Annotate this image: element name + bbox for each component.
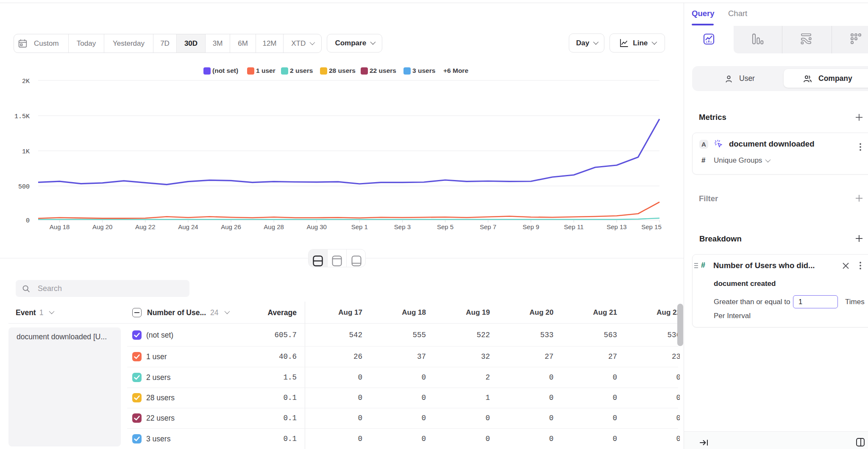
svg-text:Aug 20: Aug 20 <box>92 223 113 230</box>
svg-text:Sep 11: Sep 11 <box>564 223 584 230</box>
svg-text:Aug 22: Aug 22 <box>135 223 156 230</box>
svg-text:Aug 28: Aug 28 <box>264 223 284 230</box>
svg-text:0: 0 <box>26 217 30 224</box>
svg-text:Sep 1: Sep 1 <box>351 223 368 230</box>
svg-text:1K: 1K <box>22 148 30 155</box>
svg-text:Aug 24: Aug 24 <box>178 223 198 230</box>
svg-text:2K: 2K <box>22 78 30 85</box>
svg-text:Sep 5: Sep 5 <box>437 223 453 230</box>
svg-text:Sep 15: Sep 15 <box>641 223 662 230</box>
svg-text:1.5K: 1.5K <box>14 113 30 120</box>
svg-text:Sep 3: Sep 3 <box>394 223 411 230</box>
svg-text:Aug 30: Aug 30 <box>306 223 327 230</box>
svg-text:Sep 9: Sep 9 <box>523 223 539 230</box>
svg-text:Sep 13: Sep 13 <box>606 223 627 230</box>
svg-text:500: 500 <box>18 183 30 191</box>
svg-text:Aug 26: Aug 26 <box>221 223 241 230</box>
svg-text:Aug 18: Aug 18 <box>50 223 70 230</box>
svg-text:Sep 7: Sep 7 <box>480 223 496 230</box>
